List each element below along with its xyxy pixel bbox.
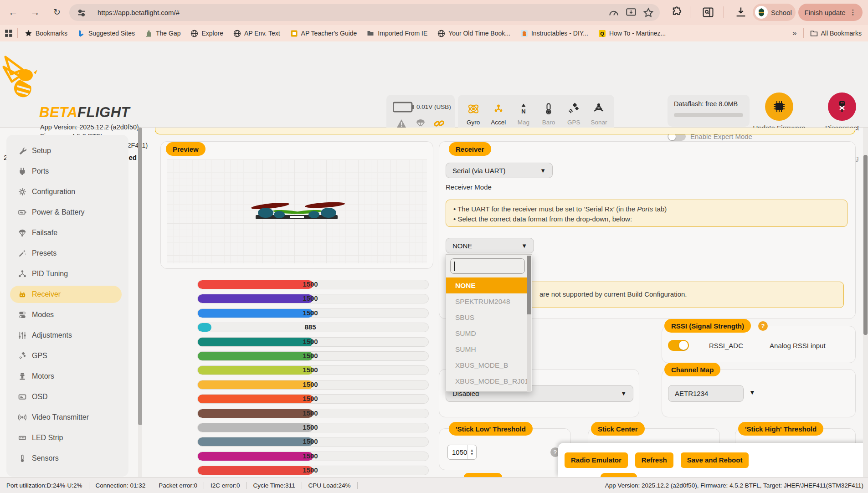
finish-update-button[interactable]: Finish update ⋮ — [798, 4, 863, 21]
bookmark-ap-teacher-s-guide[interactable]: AP Teacher's Guide — [290, 30, 357, 37]
all-bookmarks-button[interactable]: All Bookmarks — [821, 30, 862, 37]
bookmark-ap-env-text[interactable]: AP Env. Text — [233, 30, 280, 37]
sidebar-item-ports[interactable]: Ports — [10, 163, 122, 180]
nodes-icon — [18, 270, 26, 278]
status-item: Port utilization:D:24%-U:2% — [0, 482, 89, 489]
sidebar-item-label: Ports — [32, 167, 49, 175]
channel-value: 1500 — [283, 352, 338, 359]
performance-icon[interactable] — [608, 7, 620, 19]
channel-value: 1500 — [283, 437, 338, 445]
serial-provider-dropdown: NONESPEKTRUM2048SBUSSUMDSUMHXBUS_MODE_BX… — [446, 254, 532, 392]
bookmarks-divider — [17, 28, 18, 38]
channel-value: 1500 — [283, 395, 338, 402]
stick-low-stepper[interactable]: 1050 ▲▼ — [447, 445, 477, 460]
disconnect-button[interactable]: Disconnect — [824, 92, 860, 132]
bookmark-label: Bookmarks — [36, 30, 67, 37]
side-panel-search-icon[interactable] — [702, 6, 714, 19]
dropdown-option-sumd[interactable]: SUMD — [446, 325, 529, 341]
page-scrollbar-thumb[interactable] — [863, 155, 868, 335]
back-icon[interactable]: ← — [6, 5, 20, 19]
sidebar-item-configuration[interactable]: Configuration — [10, 183, 122, 200]
sidebar-item-failsafe[interactable]: Failsafe — [10, 224, 122, 241]
text-caret — [454, 262, 455, 271]
firmware-chip-icon[interactable] — [765, 92, 793, 121]
uart-note: • The UART for the receiver must be set … — [446, 200, 847, 227]
status-version-info: App Version: 2025.12.2 (a2d0f50), Firmwa… — [605, 482, 863, 489]
save-and-reboot-button[interactable]: Save and Reboot — [681, 452, 749, 468]
rssi-adc-toggle[interactable] — [668, 340, 689, 351]
cutoff-pill — [601, 473, 637, 477]
status-item: Connection: 01:32 — [89, 482, 153, 489]
sidebar-item-presets[interactable]: Presets — [10, 245, 122, 262]
channel-map-select[interactable]: AETR1234 — [668, 385, 744, 402]
sensor-label: Sonar — [586, 119, 611, 126]
bookmark-suggested-sites[interactable]: Suggested Sites — [77, 30, 135, 37]
model-preview-grid[interactable] — [167, 159, 427, 263]
sensor-gyro: Gyro — [461, 103, 486, 126]
receiver-type-value: Serial (via UART) — [452, 167, 505, 175]
reload-icon[interactable]: ↻ — [50, 5, 64, 19]
bookmark-your-old-time-book-[interactable]: Your Old Time Book... — [437, 30, 510, 37]
dropdown-scrollbar-track[interactable] — [527, 255, 531, 392]
url-text[interactable]: https://app.betaflight.com/# — [98, 9, 608, 16]
serial-provider-select[interactable]: NONE▼ — [446, 238, 534, 253]
bookmark-how-to-martinez-[interactable]: QHow To - Martinez... — [598, 30, 666, 37]
bookmark-explore[interactable]: Explore — [190, 30, 223, 37]
dropdown-option-none[interactable]: NONE — [446, 277, 529, 293]
cutoff-pill — [464, 473, 502, 477]
sidebar-item-label: Power & Battery — [32, 208, 85, 216]
menu-dots-icon[interactable]: ⋮ — [850, 8, 857, 16]
dropdown-search-input[interactable] — [450, 258, 525, 274]
dropdown-option-sumh[interactable]: SUMH — [446, 341, 529, 357]
downloads-icon[interactable] — [734, 6, 747, 19]
dropdown-option-xbus_mode_b_rj01[interactable]: XBUS_MODE_B_RJ01 — [446, 373, 529, 389]
update-firmware-button[interactable]: Update Firmware — [751, 92, 807, 132]
sensor-baro: Baro — [536, 103, 561, 126]
bookmark-label: AP Env. Text — [244, 30, 280, 37]
forward-icon[interactable]: → — [28, 5, 42, 19]
bookmark-items: BookmarksSuggested SitesThe GapExploreAP… — [20, 30, 671, 37]
bookmarks-bar: BookmarksSuggested SitesThe GapExploreAP… — [0, 25, 868, 41]
uart-note-line1: • The UART for the receiver must be set … — [453, 204, 840, 214]
site-settings-icon[interactable] — [76, 7, 87, 19]
dropdown-scrollbar-thumb[interactable] — [527, 256, 531, 314]
rssi-help-icon[interactable]: ? — [758, 321, 768, 331]
stepper-arrows-icon[interactable]: ▲▼ — [467, 445, 476, 459]
sidebar-item-setup[interactable]: Setup — [10, 142, 122, 159]
bookmark-imported-from-ie[interactable]: Imported From IE — [367, 30, 427, 37]
profile-chip[interactable]: School — [753, 4, 796, 21]
channel-map-chevron-icon[interactable]: ▼ — [749, 389, 755, 396]
rssi-adc-label: RSSI_ADC — [709, 342, 743, 349]
usb-disconnect-icon[interactable] — [828, 92, 856, 121]
install-app-icon[interactable] — [625, 7, 637, 19]
apps-grid-icon[interactable] — [5, 29, 13, 37]
bookmark-instructables-diy-[interactable]: Instructables - DIY... — [520, 30, 588, 37]
dropdown-option-xbus_mode_b[interactable]: XBUS_MODE_B — [446, 357, 529, 373]
robot-icon — [520, 30, 528, 37]
dataflash-box: Dataflash: free 8.0MB — [668, 95, 750, 127]
bookmark-bookmarks[interactable]: Bookmarks — [25, 30, 67, 37]
channel-value: 1500 — [283, 366, 338, 374]
sensor-label: Gyro — [461, 119, 486, 126]
bookmark-star-icon[interactable] — [642, 7, 654, 19]
dropdown-option-spektrum2048[interactable]: SPEKTRUM2048 — [446, 293, 529, 309]
battery-icon — [18, 208, 26, 216]
sidebar-item-label: Configuration — [32, 188, 75, 196]
url-bar[interactable]: https://app.betaflight.com/# — [69, 4, 660, 21]
extensions-icon[interactable] — [671, 6, 683, 19]
bookmark-label: Suggested Sites — [88, 30, 135, 37]
radio-emulator-button[interactable]: Radio Emulator — [565, 452, 628, 468]
dropdown-option-sbus[interactable]: SBUS — [446, 309, 529, 325]
receiver-type-select[interactable]: Serial (via UART)▼ — [446, 163, 553, 178]
channel-value: 1500 — [283, 309, 338, 317]
page-scrollbar-track[interactable] — [863, 128, 868, 477]
bookmark-the-gap[interactable]: The Gap — [145, 30, 180, 37]
status-item: I2C error:0 — [204, 482, 247, 489]
browser-toolbar: ← → ↻ https://app.betaflight.com/# — [0, 0, 868, 25]
refresh-button[interactable]: Refresh — [635, 452, 673, 468]
bookmarks-overflow-icon[interactable]: » — [792, 29, 796, 38]
link-icon — [434, 118, 445, 128]
channel-value: 1500 — [283, 294, 338, 302]
sidebar-item-power-battery[interactable]: Power & Battery — [10, 204, 122, 221]
sonar-icon — [592, 103, 605, 115]
